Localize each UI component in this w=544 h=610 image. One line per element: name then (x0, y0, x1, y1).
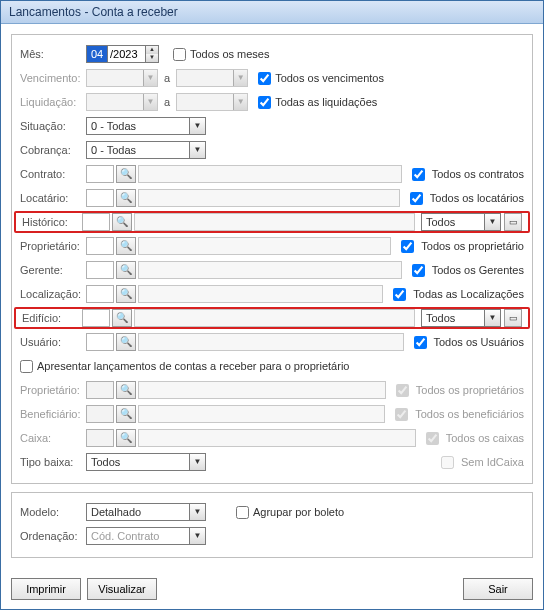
sair-button[interactable]: Sair (463, 578, 533, 600)
checkbox-todos-contratos[interactable] (412, 168, 425, 181)
edificio-extra-btn[interactable]: ▭ (504, 309, 522, 327)
combo-tipobaixa-text: Todos (87, 456, 189, 468)
checklabel-todos-usuarios: Todos os Usuários (434, 336, 525, 348)
checkbox-todas-liq[interactable] (258, 96, 271, 109)
check-todos-locatarios[interactable]: Todos os locatários (406, 189, 524, 208)
checkbox-todos-benef (395, 408, 408, 421)
window: Lancamentos - Conta a receber Mês: ▲ ▼ T… (0, 0, 544, 610)
checkbox-agrupar[interactable] (236, 506, 249, 519)
check-todos-meses[interactable]: Todos os meses (173, 48, 269, 61)
combo-modelo[interactable]: Detalhado ▼ (86, 503, 206, 521)
contrato-desc (138, 165, 402, 183)
gerente-desc (138, 261, 402, 279)
check-todas-liq[interactable]: Todas as liquidações (258, 96, 377, 109)
liq-to-dd: ▼ (233, 94, 247, 110)
bottom-group: Modelo: Detalhado ▼ Agrupar por boleto O… (11, 492, 533, 558)
binoculars-icon: 🔍 (120, 409, 132, 419)
edificio-search-btn[interactable]: 🔍 (112, 309, 132, 327)
check-todas-localizacoes[interactable]: Todas as Localizações (389, 285, 524, 304)
checkbox-todos-prop1[interactable] (401, 240, 414, 253)
check-todos-prop2: Todos os proprietários (392, 381, 524, 400)
checkbox-todos-meses[interactable] (173, 48, 186, 61)
check-todos-venc[interactable]: Todos os vencimentos (258, 72, 384, 85)
prop1-code[interactable] (86, 237, 114, 255)
combo-cobranca[interactable]: 0 - Todas ▼ (86, 141, 206, 159)
liq-from: ▼ (86, 93, 158, 111)
row-proprietario2: Proprietário: 🔍 Todos os proprietários (20, 379, 524, 401)
gerente-code[interactable] (86, 261, 114, 279)
checklabel-todos-prop1: Todos os proprietário (421, 240, 524, 252)
combo-ordenacao[interactable]: Cód. Contrato ▼ (86, 527, 206, 545)
contrato-code[interactable] (86, 165, 114, 183)
localizacao-code[interactable] (86, 285, 114, 303)
checklabel-todas-liq: Todas as liquidações (275, 96, 377, 108)
checklabel-todos-benef: Todos os beneficiários (415, 408, 524, 420)
label-modelo: Modelo: (20, 506, 86, 518)
combo-cobranca-dd[interactable]: ▼ (189, 142, 205, 158)
combo-edificio-dd[interactable]: ▼ (484, 310, 500, 326)
imprimir-button[interactable]: Imprimir (11, 578, 81, 600)
historico-extra-btn[interactable]: ▭ (504, 213, 522, 231)
historico-search-btn[interactable]: 🔍 (112, 213, 132, 231)
check-todos-gerentes[interactable]: Todos os Gerentes (408, 261, 524, 280)
ellipsis-icon: ▭ (509, 217, 518, 227)
prop1-search-btn[interactable]: 🔍 (116, 237, 136, 255)
combo-situacao-dd[interactable]: ▼ (189, 118, 205, 134)
checkbox-todos-gerentes[interactable] (412, 264, 425, 277)
label-proprietario1: Proprietário: (20, 240, 86, 252)
row-beneficiario: Beneficiário: 🔍 Todos os beneficiários (20, 403, 524, 425)
combo-ordenacao-dd[interactable]: ▼ (189, 528, 205, 544)
binoculars-icon: 🔍 (120, 289, 132, 299)
prop2-search-btn[interactable]: 🔍 (116, 381, 136, 399)
row-historico: Histórico: 🔍 Todos ▼ ▭ (14, 211, 530, 233)
contrato-search-btn[interactable]: 🔍 (116, 165, 136, 183)
month-input[interactable] (86, 45, 108, 63)
combo-edificio[interactable]: Todos ▼ (421, 309, 501, 327)
checklabel-agrupar: Agrupar por boleto (253, 506, 344, 518)
check-todos-contratos[interactable]: Todos os contratos (408, 165, 524, 184)
usuario-code[interactable] (86, 333, 114, 351)
month-spinner[interactable]: ▲ ▼ (146, 45, 159, 63)
checklabel-todos-meses: Todos os meses (190, 48, 269, 60)
benef-code (86, 405, 114, 423)
row-gerente: Gerente: 🔍 Todos os Gerentes (20, 259, 524, 281)
combo-tipobaixa[interactable]: Todos ▼ (86, 453, 206, 471)
edificio-code[interactable] (82, 309, 110, 327)
historico-code[interactable] (82, 213, 110, 231)
checkbox-todos-locatarios[interactable] (410, 192, 423, 205)
check-apresentar[interactable]: Apresentar lançamentos de contas a receb… (20, 360, 349, 373)
combo-tipobaixa-dd[interactable]: ▼ (189, 454, 205, 470)
spin-down[interactable]: ▼ (146, 54, 158, 62)
combo-historico-dd[interactable]: ▼ (484, 214, 500, 230)
check-todos-prop1[interactable]: Todos os proprietário (397, 237, 524, 256)
visualizar-button[interactable]: Visualizar (87, 578, 157, 600)
binoculars-icon: 🔍 (116, 313, 128, 323)
spin-up[interactable]: ▲ (146, 46, 158, 54)
checkbox-todos-venc[interactable] (258, 72, 271, 85)
usuario-search-btn[interactable]: 🔍 (116, 333, 136, 351)
combo-historico[interactable]: Todos ▼ (421, 213, 501, 231)
gerente-search-btn[interactable]: 🔍 (116, 261, 136, 279)
venc-to: ▼ (176, 69, 248, 87)
check-todos-usuarios[interactable]: Todos os Usuários (410, 333, 525, 352)
locatario-code[interactable] (86, 189, 114, 207)
caixa-search-btn[interactable]: 🔍 (116, 429, 136, 447)
combo-modelo-dd[interactable]: ▼ (189, 504, 205, 520)
row-edificio: Edifício: 🔍 Todos ▼ ▭ (14, 307, 530, 329)
check-agrupar[interactable]: Agrupar por boleto (236, 506, 344, 519)
checklabel-apresentar: Apresentar lançamentos de contas a receb… (37, 360, 349, 372)
localizacao-search-btn[interactable]: 🔍 (116, 285, 136, 303)
binoculars-icon: 🔍 (120, 241, 132, 251)
benef-search-btn[interactable]: 🔍 (116, 405, 136, 423)
label-caixa: Caixa: (20, 432, 86, 444)
row-modelo: Modelo: Detalhado ▼ Agrupar por boleto (20, 501, 524, 523)
row-tipobaixa: Tipo baixa: Todos ▼ Sem IdCaixa (20, 451, 524, 473)
liq-to: ▼ (176, 93, 248, 111)
checkbox-todos-usuarios[interactable] (414, 336, 427, 349)
checkbox-todas-localizacoes[interactable] (393, 288, 406, 301)
checkbox-apresentar[interactable] (20, 360, 33, 373)
combo-situacao[interactable]: 0 - Todas ▼ (86, 117, 206, 135)
locatario-search-btn[interactable]: 🔍 (116, 189, 136, 207)
year-input[interactable] (108, 45, 146, 63)
venc-from: ▼ (86, 69, 158, 87)
